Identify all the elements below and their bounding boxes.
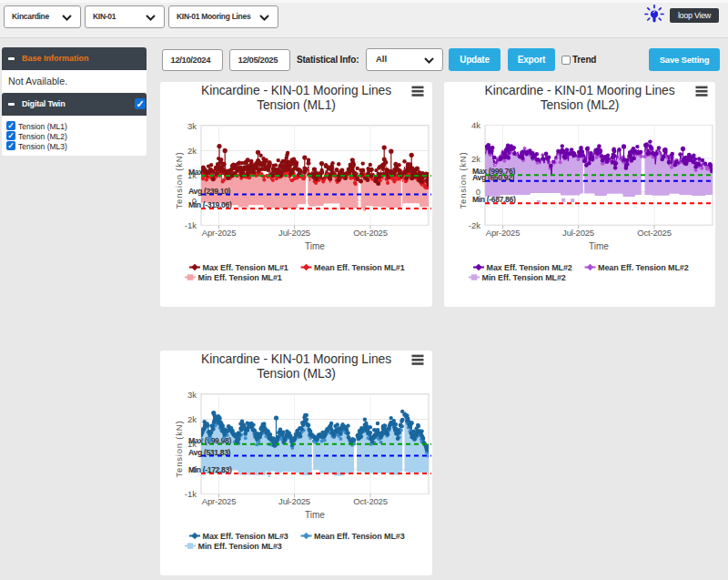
- svg-text:Kincardine - KIN-01 Mooring Li: Kincardine - KIN-01 Mooring Lines: [484, 83, 674, 97]
- svg-text:Min Eff. Tension ML#1: Min Eff. Tension ML#1: [198, 273, 282, 282]
- svg-text:Time: Time: [305, 510, 325, 520]
- svg-text:2k: 2k: [471, 154, 480, 164]
- svg-text:Apr-2025: Apr-2025: [202, 496, 236, 506]
- svg-text:Tension (ML1): Tension (ML1): [257, 97, 336, 112]
- svg-text:Time: Time: [589, 241, 609, 251]
- svg-text:Min Eff. Tension ML#3: Min Eff. Tension ML#3: [198, 542, 282, 551]
- svg-text:Min Eff. Tension ML#2: Min Eff. Tension ML#2: [482, 273, 566, 282]
- svg-text:Apr-2025: Apr-2025: [202, 228, 236, 238]
- svg-text:Mean Eff. Tension ML#2: Mean Eff. Tension ML#2: [598, 263, 689, 272]
- svg-text:Mean Eff. Tension ML#1: Mean Eff. Tension ML#1: [314, 263, 405, 272]
- svg-text:Max Eff. Tension ML#1: Max Eff. Tension ML#1: [203, 263, 288, 272]
- svg-text:3k: 3k: [187, 390, 197, 400]
- svg-text:Time: Time: [305, 241, 325, 251]
- svg-text:Max Eff. Tension ML#3: Max Eff. Tension ML#3: [203, 532, 288, 541]
- svg-text:3k: 3k: [187, 121, 197, 131]
- svg-text:2k: 2k: [187, 414, 197, 424]
- svg-text:Tension (kN): Tension (kN): [174, 421, 184, 478]
- svg-text:Tension (ML2): Tension (ML2): [541, 97, 620, 112]
- svg-text:Tension (kN): Tension (kN): [458, 152, 468, 209]
- svg-text:Oct-2025: Oct-2025: [353, 228, 387, 238]
- svg-text:Max Eff. Tension ML#2: Max Eff. Tension ML#2: [487, 263, 572, 272]
- svg-text:-2k: -2k: [469, 220, 480, 230]
- svg-text:Kincardine - KIN-01 Mooring Li: Kincardine - KIN-01 Mooring Lines: [201, 83, 391, 97]
- svg-text:-1k: -1k: [185, 489, 197, 499]
- svg-text:Kincardine - KIN-01 Mooring Li: Kincardine - KIN-01 Mooring Lines: [201, 351, 391, 366]
- svg-text:Tension (ML3): Tension (ML3): [257, 366, 336, 381]
- svg-text:2k: 2k: [187, 146, 197, 156]
- svg-text:4k: 4k: [471, 120, 480, 130]
- svg-text:Oct-2025: Oct-2025: [353, 496, 387, 506]
- svg-text:Oct-2025: Oct-2025: [637, 228, 671, 238]
- svg-text:Jul-2025: Jul-2025: [278, 228, 310, 238]
- svg-text:Mean Eff. Tension ML#3: Mean Eff. Tension ML#3: [314, 532, 405, 541]
- svg-text:Jul-2025: Jul-2025: [278, 496, 310, 506]
- svg-text:Jul-2025: Jul-2025: [562, 228, 594, 238]
- svg-text:Tension (kN): Tension (kN): [174, 152, 184, 209]
- svg-text:Apr-2025: Apr-2025: [486, 228, 520, 238]
- svg-text:-1k: -1k: [185, 220, 197, 230]
